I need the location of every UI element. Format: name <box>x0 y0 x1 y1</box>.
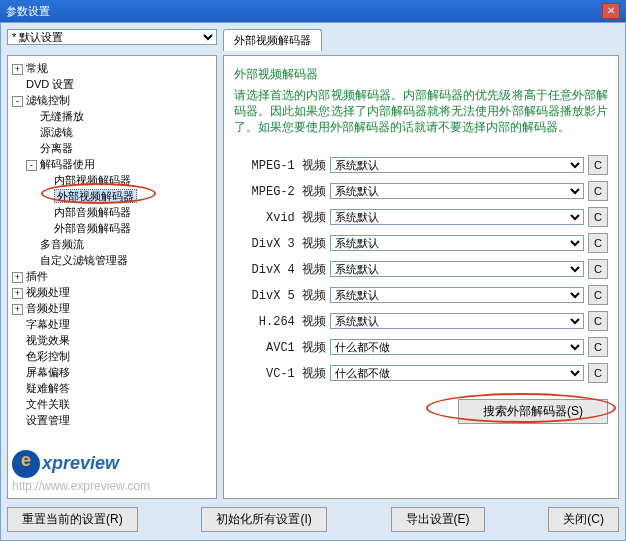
tree-item-label: 滤镜控制 <box>26 94 70 106</box>
tree-item-label: 疑难解答 <box>26 382 70 394</box>
tree-item-label: 屏幕偏移 <box>26 366 70 378</box>
tree-item[interactable]: +插件 <box>12 268 212 284</box>
tree-item[interactable]: 自定义滤镜管理器 <box>12 252 212 268</box>
expand-icon[interactable]: + <box>12 64 23 75</box>
window-title: 参数设置 <box>6 0 50 22</box>
decoder-select[interactable]: 系统默认 <box>330 157 584 173</box>
tree-item-label: 视觉效果 <box>26 334 70 346</box>
tree-item-label: 解码器使用 <box>40 158 95 170</box>
init-button[interactable]: 初始化所有设置(I) <box>201 507 326 532</box>
tree-item[interactable]: 屏幕偏移 <box>12 364 212 380</box>
tree-item[interactable]: +视频处理 <box>12 284 212 300</box>
decoder-label: DivX 3 视频 <box>234 235 326 252</box>
tree-item[interactable]: 色彩控制 <box>12 348 212 364</box>
tree-item-label: 文件关联 <box>26 398 70 410</box>
decoder-select[interactable]: 系统默认 <box>330 209 584 225</box>
decoder-select[interactable]: 什么都不做 <box>330 339 584 355</box>
decoder-c-button[interactable]: C <box>588 207 608 227</box>
tree-item[interactable]: +常规 <box>12 60 212 76</box>
tree-item[interactable]: 无缝播放 <box>12 108 212 124</box>
tree-item[interactable]: 分离器 <box>12 140 212 156</box>
title-bar: 参数设置 ✕ <box>0 0 626 22</box>
nav-tree[interactable]: +常规DVD 设置-滤镜控制无缝播放源滤镜分离器-解码器使用内部视频解码器外部视… <box>7 55 217 499</box>
tree-item[interactable]: 内部视频解码器 <box>12 172 212 188</box>
search-decoders-button[interactable]: 搜索外部解码器(S) <box>458 399 608 424</box>
export-button[interactable]: 导出设置(E) <box>391 507 485 532</box>
decoder-c-button[interactable]: C <box>588 337 608 357</box>
preset-select[interactable]: * 默认设置 <box>7 29 217 45</box>
tab-external-video-decoder[interactable]: 外部视频解码器 <box>223 29 322 51</box>
decoder-row: Xvid 视频系统默认C <box>234 207 608 227</box>
decoder-row: VC-1 视频什么都不做C <box>234 363 608 383</box>
decoder-label: Xvid 视频 <box>234 209 326 226</box>
decoder-select[interactable]: 系统默认 <box>330 261 584 277</box>
tree-item-label: 内部音频解码器 <box>54 206 131 218</box>
tree-item-label: 外部音频解码器 <box>54 222 131 234</box>
logo-icon: e <box>12 450 40 478</box>
tree-item-label: DVD 设置 <box>26 78 74 90</box>
tree-item[interactable]: +音频处理 <box>12 300 212 316</box>
tree-item-label: 自定义滤镜管理器 <box>40 254 128 266</box>
tree-item-label: 源滤镜 <box>40 126 73 138</box>
decoder-row: H.264 视频系统默认C <box>234 311 608 331</box>
tree-item[interactable]: 多音频流 <box>12 236 212 252</box>
tree-item-label: 插件 <box>26 270 48 282</box>
decoder-row: MPEG-1 视频系统默认C <box>234 155 608 175</box>
tree-item[interactable]: 疑难解答 <box>12 380 212 396</box>
decoder-c-button[interactable]: C <box>588 363 608 383</box>
tree-item-label: 音频处理 <box>26 302 70 314</box>
tree-item[interactable]: 文件关联 <box>12 396 212 412</box>
decoder-label: DivX 4 视频 <box>234 261 326 278</box>
reset-button[interactable]: 重置当前的设置(R) <box>7 507 138 532</box>
decoder-c-button[interactable]: C <box>588 285 608 305</box>
decoder-label: MPEG-1 视频 <box>234 157 326 174</box>
decoder-c-button[interactable]: C <box>588 155 608 175</box>
tree-item-label: 内部视频解码器 <box>54 174 131 186</box>
decoder-label: MPEG-2 视频 <box>234 183 326 200</box>
decoder-row: AVC1 视频什么都不做C <box>234 337 608 357</box>
decoder-select[interactable]: 系统默认 <box>330 287 584 303</box>
decoder-row: DivX 4 视频系统默认C <box>234 259 608 279</box>
tree-item-label: 常规 <box>26 62 48 74</box>
expand-icon[interactable]: - <box>12 96 23 107</box>
expand-icon[interactable]: + <box>12 272 23 283</box>
tree-item-label: 分离器 <box>40 142 73 154</box>
decoder-c-button[interactable]: C <box>588 233 608 253</box>
tree-item[interactable]: 源滤镜 <box>12 124 212 140</box>
decoder-select[interactable]: 系统默认 <box>330 183 584 199</box>
tree-item[interactable]: -滤镜控制 <box>12 92 212 108</box>
tree-item-label: 外部视频解码器 <box>54 189 137 203</box>
decoder-label: H.264 视频 <box>234 313 326 330</box>
decoder-label: VC-1 视频 <box>234 365 326 382</box>
decoder-row: MPEG-2 视频系统默认C <box>234 181 608 201</box>
tree-item-label: 视频处理 <box>26 286 70 298</box>
close-icon[interactable]: ✕ <box>602 3 620 19</box>
tree-item-label: 色彩控制 <box>26 350 70 362</box>
tree-item[interactable]: 内部音频解码器 <box>12 204 212 220</box>
tree-item[interactable]: 外部音频解码器 <box>12 220 212 236</box>
tree-item-label: 字幕处理 <box>26 318 70 330</box>
decoder-select[interactable]: 系统默认 <box>330 313 584 329</box>
content-area: * 默认设置 外部视频解码器 +常规DVD 设置-滤镜控制无缝播放源滤镜分离器-… <box>0 22 626 541</box>
decoder-c-button[interactable]: C <box>588 259 608 279</box>
panel-heading: 外部视频解码器 <box>234 66 608 83</box>
decoder-select[interactable]: 系统默认 <box>330 235 584 251</box>
decoder-select[interactable]: 什么都不做 <box>330 365 584 381</box>
decoder-c-button[interactable]: C <box>588 181 608 201</box>
expand-icon[interactable]: - <box>26 160 37 171</box>
expand-icon[interactable]: + <box>12 304 23 315</box>
tree-item[interactable]: 设置管理 <box>12 412 212 428</box>
settings-panel: 外部视频解码器 请选择首选的内部视频解码器。内部解码器的优先级将高于任意外部解码… <box>223 55 619 499</box>
tree-item[interactable]: DVD 设置 <box>12 76 212 92</box>
close-button[interactable]: 关闭(C) <box>548 507 619 532</box>
tree-item[interactable]: 视觉效果 <box>12 332 212 348</box>
expand-icon[interactable]: + <box>12 288 23 299</box>
tree-item-label: 设置管理 <box>26 414 70 426</box>
tree-item[interactable]: -解码器使用 <box>12 156 212 172</box>
tree-item[interactable]: 字幕处理 <box>12 316 212 332</box>
tree-item[interactable]: 外部视频解码器 <box>12 188 212 204</box>
decoder-row: DivX 5 视频系统默认C <box>234 285 608 305</box>
decoder-label: DivX 5 视频 <box>234 287 326 304</box>
decoder-label: AVC1 视频 <box>234 339 326 356</box>
decoder-c-button[interactable]: C <box>588 311 608 331</box>
